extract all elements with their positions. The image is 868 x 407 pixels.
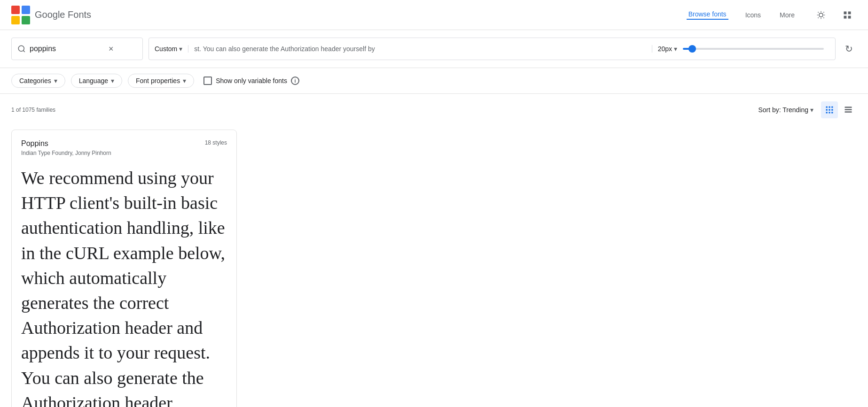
svg-rect-6 bbox=[848, 11, 851, 14]
nav-icons[interactable]: Icons bbox=[743, 11, 763, 19]
font-card-styles: 18 styles bbox=[205, 139, 227, 146]
results-bar: 1 of 1075 families Sort by: Trending bbox=[0, 94, 868, 122]
sort-label: Sort by: Trending bbox=[758, 106, 808, 114]
font-properties-label: Font properties bbox=[136, 77, 180, 84]
font-card-name: Poppins bbox=[21, 139, 48, 148]
language-label: Language bbox=[79, 77, 108, 84]
svg-rect-20 bbox=[845, 107, 852, 108]
font-card-preview: We recommend using your HTTP client's bu… bbox=[21, 166, 227, 407]
svg-rect-0 bbox=[11, 6, 20, 14]
font-card-header: Poppins 18 styles bbox=[21, 139, 227, 148]
svg-rect-22 bbox=[845, 111, 852, 113]
header-icons bbox=[812, 6, 857, 24]
variable-fonts-checkbox[interactable] bbox=[203, 77, 212, 85]
svg-rect-21 bbox=[845, 109, 852, 110]
categories-label: Categories bbox=[19, 77, 51, 84]
size-selector[interactable]: 20px bbox=[652, 45, 677, 53]
svg-point-9 bbox=[18, 46, 24, 51]
grid-view-button[interactable] bbox=[821, 101, 838, 118]
font-card-foundry: Indian Type Foundry, Jonny Pinhorn bbox=[21, 150, 227, 156]
apps-icon bbox=[843, 10, 852, 20]
logo-text: Google Fonts bbox=[35, 9, 91, 20]
nav-more[interactable]: More bbox=[778, 11, 797, 19]
svg-line-10 bbox=[23, 50, 24, 52]
language-chevron-icon bbox=[111, 77, 114, 84]
svg-rect-3 bbox=[22, 16, 30, 24]
list-view-icon bbox=[844, 105, 853, 115]
search-clear-button[interactable]: × bbox=[109, 44, 114, 54]
sort-chevron-icon bbox=[810, 106, 813, 114]
svg-rect-12 bbox=[829, 107, 830, 108]
svg-rect-2 bbox=[11, 16, 20, 24]
svg-rect-11 bbox=[826, 107, 828, 108]
font-properties-chevron-icon bbox=[183, 77, 186, 84]
size-value: 20px bbox=[658, 45, 672, 53]
size-slider-wrap bbox=[677, 48, 829, 50]
toolbar: × Custom st. You can also generate the A… bbox=[0, 30, 868, 68]
apps-button[interactable] bbox=[838, 6, 857, 24]
svg-rect-18 bbox=[829, 112, 830, 113]
size-chevron-icon bbox=[674, 45, 677, 53]
preview-text-content: st. You can also generate the Authorizat… bbox=[194, 45, 651, 53]
list-view-button[interactable] bbox=[840, 101, 857, 118]
size-slider[interactable] bbox=[683, 48, 824, 50]
theme-toggle-button[interactable] bbox=[812, 6, 830, 24]
info-label: i bbox=[294, 78, 296, 84]
svg-rect-17 bbox=[826, 112, 828, 113]
svg-rect-7 bbox=[844, 15, 847, 18]
search-box: × bbox=[11, 38, 143, 60]
header: Google Fonts Browse fonts Icons More bbox=[0, 0, 868, 30]
grid-view-icon bbox=[825, 105, 834, 115]
font-card-poppins[interactable]: Poppins 18 styles Indian Type Foundry, J… bbox=[11, 130, 237, 407]
variable-fonts-info-icon[interactable]: i bbox=[291, 77, 299, 85]
svg-rect-5 bbox=[844, 11, 847, 14]
search-icon bbox=[17, 45, 26, 53]
variable-fonts-label: Show only variable fonts bbox=[216, 77, 287, 84]
svg-rect-16 bbox=[831, 109, 833, 110]
preview-mode-label: Custom bbox=[155, 45, 177, 53]
preview-mode-selector[interactable]: Custom bbox=[155, 45, 188, 53]
nav-browse-fonts[interactable]: Browse fonts bbox=[687, 10, 728, 20]
preview-mode-chevron-icon bbox=[179, 45, 182, 53]
svg-rect-19 bbox=[831, 112, 833, 113]
preview-text-area: Custom st. You can also generate the Aut… bbox=[149, 38, 836, 60]
svg-rect-14 bbox=[826, 109, 828, 110]
svg-rect-1 bbox=[22, 6, 30, 14]
font-properties-filter-button[interactable]: Font properties bbox=[128, 74, 194, 88]
sort-selector[interactable]: Sort by: Trending bbox=[758, 106, 813, 114]
main-nav: Browse fonts Icons More bbox=[687, 10, 797, 20]
svg-rect-13 bbox=[831, 107, 833, 108]
search-input[interactable] bbox=[30, 45, 105, 53]
svg-point-4 bbox=[819, 13, 823, 16]
refresh-button[interactable]: ↻ bbox=[841, 43, 857, 54]
font-grid: Poppins 18 styles Indian Type Foundry, J… bbox=[0, 122, 868, 407]
filter-bar: Categories Language Font properties Show… bbox=[0, 68, 868, 94]
categories-chevron-icon bbox=[54, 77, 57, 84]
google-logo-icon bbox=[11, 6, 30, 24]
variable-fonts-wrap: Show only variable fonts i bbox=[203, 77, 299, 85]
results-count: 1 of 1075 families bbox=[11, 107, 55, 113]
language-filter-button[interactable]: Language bbox=[71, 74, 122, 88]
svg-rect-15 bbox=[829, 109, 830, 110]
sort-area: Sort by: Trending bbox=[758, 101, 857, 118]
logo-area: Google Fonts bbox=[11, 6, 91, 24]
darkmode-icon bbox=[816, 10, 826, 20]
view-toggle bbox=[821, 101, 857, 118]
categories-filter-button[interactable]: Categories bbox=[11, 74, 65, 88]
svg-rect-8 bbox=[848, 15, 851, 18]
